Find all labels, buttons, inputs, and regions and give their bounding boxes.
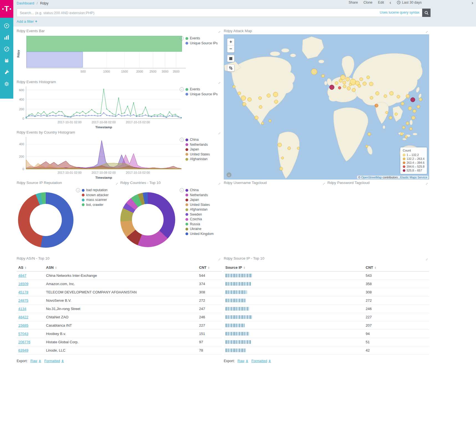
legend-item[interactable]: United States xyxy=(185,203,213,208)
map-circle[interactable] xyxy=(384,94,387,98)
map-circle[interactable] xyxy=(408,106,412,110)
map-circle[interactable] xyxy=(258,96,262,100)
map-circle[interactable] xyxy=(241,96,246,101)
map-circle[interactable] xyxy=(368,132,371,136)
legend-item[interactable]: Czechia xyxy=(185,217,213,222)
as-number-link[interactable]: 4847 xyxy=(18,273,26,278)
as-number-link[interactable]: 63949 xyxy=(18,348,28,352)
map-circle[interactable] xyxy=(259,105,262,109)
map-circle[interactable] xyxy=(254,116,258,120)
legend-item[interactable]: Japan xyxy=(185,198,213,203)
export-formatted-link[interactable]: Formatted xyxy=(251,359,271,363)
reputation-donut-chart[interactable] xyxy=(18,192,73,248)
tmobile-logo[interactable]: T xyxy=(0,0,13,18)
legend-item[interactable]: Unique Source IPs xyxy=(185,92,218,97)
expand-icon[interactable] xyxy=(217,80,221,85)
search-button[interactable] xyxy=(422,9,431,17)
events-line-chart[interactable]: 02004006002017-10-01 02:002017-10-08 02:… xyxy=(17,85,200,129)
map-circle[interactable] xyxy=(311,68,317,75)
legend-item[interactable]: China xyxy=(185,137,210,142)
expand-icon[interactable] xyxy=(217,257,221,261)
legend-item[interactable]: United States xyxy=(185,152,210,157)
lucene-syntax-link[interactable]: Uses lucene query syntax xyxy=(380,11,419,14)
expand-icon[interactable] xyxy=(217,131,221,135)
column-header-as[interactable]: AS xyxy=(17,264,44,272)
elastic-maps-link[interactable]: Elastic Maps Service xyxy=(400,176,427,179)
map-circle[interactable] xyxy=(287,147,291,150)
add-filter-button[interactable]: Add a filter+ xyxy=(17,19,37,24)
map-circle[interactable] xyxy=(409,127,413,130)
legend-item[interactable]: Events xyxy=(185,36,218,41)
map-circle[interactable] xyxy=(242,102,246,106)
expand-icon[interactable] xyxy=(424,181,429,186)
map-circle[interactable] xyxy=(400,132,403,135)
map-circle[interactable] xyxy=(369,82,373,86)
expand-icon[interactable] xyxy=(217,181,221,186)
as-number-link[interactable]: 48422 xyxy=(18,315,28,319)
map-circle[interactable] xyxy=(335,81,338,85)
legend-item[interactable]: China xyxy=(185,188,213,193)
map-circle[interactable] xyxy=(390,91,394,96)
openstreetmap-link[interactable]: OpenStreetMap xyxy=(361,176,382,179)
as-number-link[interactable]: 206776 xyxy=(18,340,30,344)
legend-item[interactable]: bad reputation xyxy=(82,188,109,193)
export-formatted-link[interactable]: Formatted xyxy=(44,359,64,363)
edit-button[interactable]: Edit xyxy=(378,1,384,4)
legend-item[interactable]: Sweden xyxy=(185,212,213,217)
map-circle[interactable] xyxy=(321,74,325,78)
as-number-link[interactable]: 16509 xyxy=(18,282,28,286)
world-map[interactable]: + − Count 1 – 132.2132.2 – 263.4263.4 – … xyxy=(224,34,429,180)
map-circle[interactable] xyxy=(375,104,378,107)
map-circle[interactable] xyxy=(238,92,241,95)
country-area-chart[interactable]: 02004002017-10-01 02:002017-10-08 02:002… xyxy=(17,136,200,180)
legend-item[interactable]: Japan xyxy=(185,147,210,152)
map-circle[interactable] xyxy=(358,84,361,88)
map-circle[interactable] xyxy=(365,145,368,148)
map-circle[interactable] xyxy=(352,88,356,92)
map-circle[interactable] xyxy=(267,94,271,98)
expand-icon[interactable] xyxy=(424,257,429,261)
legend-collapse-icon[interactable] xyxy=(76,188,80,192)
legend-collapse-icon[interactable] xyxy=(180,36,184,40)
map-circle[interactable] xyxy=(406,94,410,98)
countries-donut-chart[interactable] xyxy=(120,192,175,247)
map-circle[interactable] xyxy=(411,116,415,120)
map-circle[interactable] xyxy=(343,85,346,88)
map-circle[interactable] xyxy=(413,109,416,113)
legend-item[interactable]: Unique Source IPs xyxy=(185,41,218,46)
expand-icon[interactable] xyxy=(424,29,429,34)
export-raw-link[interactable]: Raw xyxy=(30,359,42,363)
column-header-source-ip[interactable]: Source IP xyxy=(224,264,364,272)
sidebar-item-honeypot[interactable] xyxy=(2,57,11,65)
legend-item[interactable]: United Kingdom xyxy=(185,232,213,237)
map-circle[interactable] xyxy=(363,82,366,86)
map-circle[interactable] xyxy=(273,92,278,97)
time-forward-chevron[interactable] xyxy=(472,1,473,5)
map-circle[interactable] xyxy=(366,76,370,79)
legend-collapse-icon[interactable] xyxy=(180,87,184,91)
legend-item[interactable]: Netherlands xyxy=(185,193,213,198)
column-header-cnt[interactable]: CNT xyxy=(364,264,429,272)
legend-item[interactable]: bot, crawler xyxy=(82,203,109,208)
map-circle[interactable] xyxy=(248,98,252,102)
draw-filter-button[interactable] xyxy=(227,64,235,71)
search-input[interactable] xyxy=(17,9,422,17)
map-circle[interactable] xyxy=(281,157,284,159)
legend-collapse-icon[interactable] xyxy=(180,188,184,192)
map-circle[interactable] xyxy=(370,96,373,99)
map-circle[interactable] xyxy=(278,143,282,147)
expand-icon[interactable] xyxy=(321,181,326,186)
legend-item[interactable]: Ukraine xyxy=(185,227,213,232)
legend-item[interactable]: mass scanner xyxy=(82,198,109,203)
sidebar-item-discover[interactable] xyxy=(2,22,11,30)
legend-item[interactable]: Netherlands xyxy=(185,142,210,147)
zoom-out-button[interactable]: − xyxy=(227,45,234,52)
legend-item[interactable]: known attacker xyxy=(82,193,109,198)
map-circle[interactable] xyxy=(269,119,271,122)
map-circle[interactable] xyxy=(274,100,278,104)
clone-button[interactable]: Clone xyxy=(363,1,373,4)
column-header-cnt[interactable]: CNT xyxy=(197,264,222,272)
export-raw-link[interactable]: Raw xyxy=(238,359,249,363)
map-circle[interactable] xyxy=(375,91,379,95)
map-circle[interactable] xyxy=(411,98,415,102)
